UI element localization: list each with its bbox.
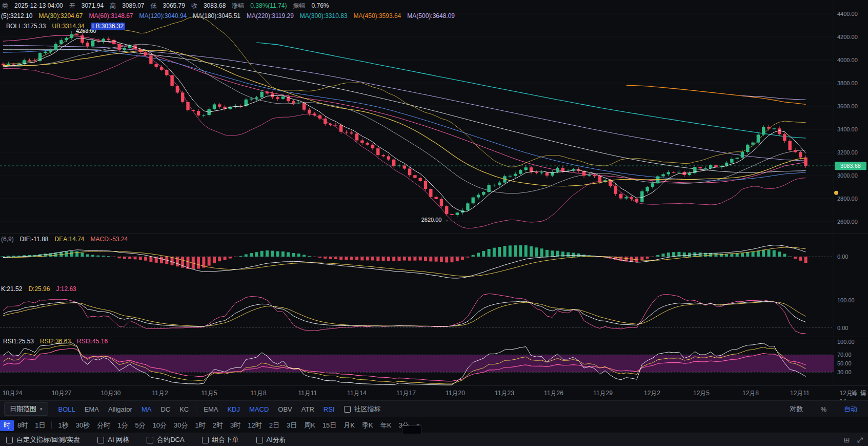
indicator-button[interactable]: Alligator bbox=[104, 405, 137, 413]
grid-layout-icon[interactable]: ⊞ bbox=[844, 436, 850, 444]
indicator-button[interactable]: EMA bbox=[80, 405, 104, 413]
indicator-line bbox=[3, 55, 806, 228]
indicator-line bbox=[3, 44, 806, 193]
timeframe-item[interactable]: 2日 bbox=[266, 420, 283, 431]
candle bbox=[308, 110, 311, 114]
bottom-tool-item[interactable]: AI 网格 bbox=[97, 435, 129, 444]
indicator-line bbox=[3, 302, 806, 326]
timeframe-item[interactable]: 1秒 bbox=[54, 420, 72, 431]
community-label: 社区指标 bbox=[354, 404, 380, 414]
bottom-tool-item[interactable]: 自定义指标/回测/实盘 bbox=[6, 435, 80, 444]
candle bbox=[514, 174, 517, 176]
timeframe-item[interactable]: 周K bbox=[300, 420, 319, 431]
timeframe-item[interactable]: 1分 bbox=[114, 420, 131, 431]
candle bbox=[339, 125, 342, 131]
timeframe-item[interactable]: 分时 bbox=[93, 420, 114, 431]
timeframe-item[interactable]: 30分 bbox=[170, 420, 191, 431]
candle bbox=[250, 99, 253, 100]
axis-feature-toggles: 筹爆 bbox=[851, 389, 866, 398]
candle bbox=[466, 203, 469, 210]
timeframe-item[interactable]: 1时 bbox=[192, 420, 209, 431]
timeframe-item[interactable]: 12时 bbox=[244, 420, 265, 431]
timeframe-item[interactable]: 3时 bbox=[227, 420, 244, 431]
candle bbox=[408, 168, 411, 175]
candle bbox=[778, 128, 781, 134]
timeframe-item[interactable]: 时 bbox=[0, 420, 14, 431]
candle bbox=[688, 173, 691, 175]
indicator-button[interactable]: KC bbox=[175, 405, 193, 413]
indicator-line bbox=[626, 85, 805, 104]
x-axis-date: 12月2 bbox=[644, 389, 660, 398]
timeframe-item[interactable]: 1日 bbox=[31, 420, 49, 431]
y-axis-label: 2800.00 bbox=[837, 196, 858, 202]
candle bbox=[751, 143, 754, 145]
indicator-button[interactable]: ATR bbox=[297, 405, 319, 413]
bottom-tool-item[interactable]: AI分析 bbox=[256, 435, 286, 444]
timeframe-item[interactable]: 8时 bbox=[14, 420, 31, 431]
indicator-line bbox=[742, 96, 806, 100]
indicator-button[interactable]: KDJ bbox=[223, 405, 245, 413]
date-range-button[interactable]: 日期范围 ▾ bbox=[4, 402, 48, 416]
candle bbox=[297, 103, 300, 103]
feature-toggle-筹[interactable]: 筹 bbox=[851, 389, 857, 398]
candle bbox=[614, 186, 617, 193]
x-axis[interactable]: 10月2410月2710月3011月211月511月811月1111月1411月… bbox=[0, 386, 868, 400]
timeframe-item[interactable]: 5分 bbox=[131, 420, 149, 431]
axis-alert-dot[interactable] bbox=[834, 191, 838, 195]
x-axis-date: 11月17 bbox=[396, 389, 416, 398]
timeframe-item[interactable]: 月K bbox=[340, 420, 358, 431]
y-axis-label: 2600.00 bbox=[837, 219, 858, 225]
community-indicator-icon bbox=[344, 406, 351, 413]
chart-canvas[interactable]: 4400.004200.004000.003800.003600.003400.… bbox=[0, 0, 868, 386]
feature-toggle-爆[interactable]: 爆 bbox=[860, 389, 866, 398]
timeframe-item[interactable]: 季K bbox=[358, 420, 377, 431]
candle bbox=[276, 97, 279, 99]
scale-option-button[interactable]: % bbox=[816, 405, 831, 413]
candle bbox=[767, 127, 770, 128]
timeframe-item[interactable]: 15日 bbox=[319, 420, 340, 431]
candle bbox=[149, 55, 152, 64]
tool-icon bbox=[97, 437, 104, 443]
scale-option-button[interactable]: 对数 bbox=[785, 404, 808, 414]
indicator-button[interactable]: RSI bbox=[319, 405, 339, 413]
candle bbox=[324, 119, 327, 124]
candle bbox=[794, 150, 797, 152]
indicator-button[interactable]: DC bbox=[156, 405, 175, 413]
community-indicators-button[interactable]: 社区指标 bbox=[344, 404, 380, 414]
indicator-button[interactable]: OBV bbox=[273, 405, 296, 413]
rsi-axis-label: 70.00 bbox=[837, 352, 852, 358]
indicator-line bbox=[256, 43, 805, 138]
candle bbox=[329, 124, 332, 125]
candle bbox=[524, 167, 528, 170]
candle bbox=[271, 93, 274, 97]
timeframe-item[interactable]: 年K bbox=[377, 420, 395, 431]
candle bbox=[371, 145, 374, 148]
bottom-tool-item[interactable]: 合约DCA bbox=[147, 435, 184, 444]
low-annotation: 2620.00 → bbox=[421, 217, 449, 223]
bottom-tool-item[interactable]: 组合下单 bbox=[202, 435, 239, 444]
candle bbox=[593, 175, 596, 176]
timeframe-item[interactable]: 3日 bbox=[283, 420, 300, 431]
indicator-button[interactable]: BOLL bbox=[54, 405, 80, 413]
candle bbox=[672, 172, 675, 172]
candle bbox=[698, 167, 701, 168]
tool-label: AI分析 bbox=[267, 435, 286, 444]
timeframe-item[interactable]: 30秒 bbox=[72, 420, 93, 431]
indicator-button[interactable]: MACD bbox=[245, 405, 273, 413]
timeframe-item[interactable]: 2时 bbox=[209, 420, 227, 431]
expand-icon[interactable]: ⤢ bbox=[857, 436, 863, 444]
candle bbox=[28, 60, 31, 61]
candle bbox=[360, 141, 364, 143]
indicator-button[interactable]: EMA bbox=[199, 405, 223, 413]
indicator-button[interactable]: MA bbox=[137, 405, 156, 413]
tool-icon bbox=[202, 437, 209, 443]
candle bbox=[387, 157, 390, 160]
scale-option-button[interactable]: 自动 bbox=[839, 404, 862, 414]
candle bbox=[334, 125, 337, 125]
timeframe-item[interactable]: 10分 bbox=[149, 420, 170, 431]
candle bbox=[757, 134, 760, 142]
candle bbox=[218, 104, 221, 106]
candle bbox=[117, 44, 120, 50]
candle bbox=[381, 155, 385, 156]
divider bbox=[51, 421, 52, 429]
